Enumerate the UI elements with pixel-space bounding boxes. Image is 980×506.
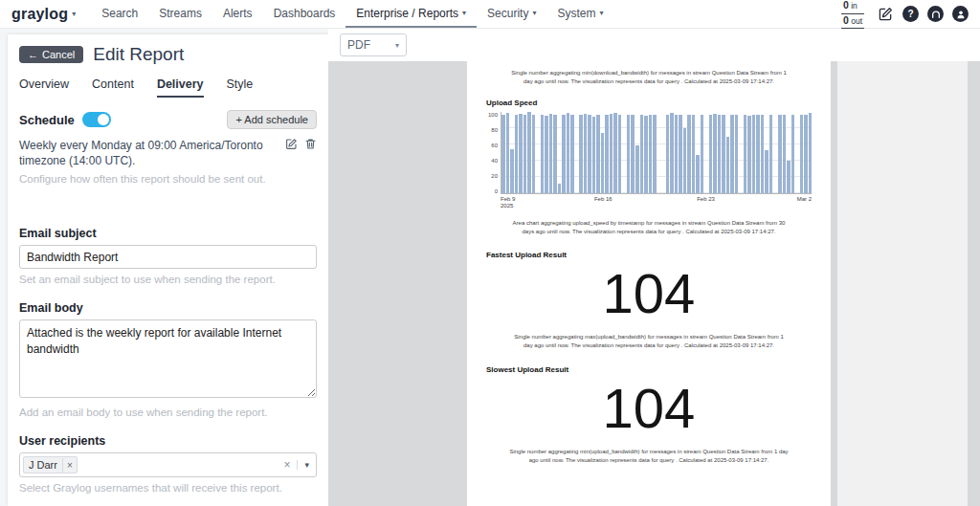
slowest-upload-value: 104 xyxy=(486,380,812,438)
chart-title: Upload Speed xyxy=(486,99,812,107)
schedule-toggle[interactable] xyxy=(82,112,111,127)
fastest-upload-widget: Fastest Upload Result 104 Single number … xyxy=(486,251,812,350)
nav-item-streams[interactable]: Streams xyxy=(148,0,212,28)
nav-item-enterprise-reports[interactable]: Enterprise / Reports▾ xyxy=(345,0,477,28)
format-select-value: PDF xyxy=(347,38,370,52)
page-title: Edit Report xyxy=(93,44,184,65)
email-body-helper: Add an email body to use when sending th… xyxy=(19,407,317,418)
edit-schedule-icon[interactable] xyxy=(285,138,298,168)
report-tabs: Overview Content Delivery Style xyxy=(19,77,317,98)
enterprise-hub-icon[interactable] xyxy=(927,6,944,22)
tab-delivery[interactable]: Delivery xyxy=(157,77,204,98)
clear-selection-icon[interactable]: × xyxy=(283,458,290,472)
chevron-down-icon[interactable]: ▾ xyxy=(297,460,309,470)
email-subject-group: Email subject Set an email subject to us… xyxy=(19,227,317,285)
widget-caption: Single number aggregating min(upload_ban… xyxy=(509,448,789,466)
email-body-label: Email body xyxy=(19,301,317,315)
schedule-summary: Weekly every Monday at 09:00 America/Tor… xyxy=(19,138,279,168)
email-subject-input[interactable] xyxy=(19,245,317,269)
schedule-row: Schedule + Add schedule xyxy=(19,110,317,129)
help-icon[interactable]: ? xyxy=(902,6,919,22)
brand-name: graylog xyxy=(11,6,68,23)
slowest-upload-widget: Slowest Upload Result 104 Single number … xyxy=(486,365,812,465)
user-recipients-helper: Select Graylog usernames that will recei… xyxy=(19,482,317,494)
navbar-right: 0 in 0 out ? xyxy=(841,0,969,29)
chart-x-axis: Feb 92025 Feb 16 Feb 23 Mar 2 xyxy=(501,196,812,210)
chart-caption: Area chart aggregating upload_speed by t… xyxy=(509,219,789,237)
preview-page-1: Single number aggregating min(download_b… xyxy=(467,61,831,506)
preview-page-2 xyxy=(837,61,968,506)
back-arrow-icon: ← xyxy=(28,49,38,60)
brand-logo[interactable]: graylog ▾ xyxy=(11,6,76,23)
fastest-upload-value: 104 xyxy=(486,265,812,323)
chevron-down-icon: ▾ xyxy=(532,9,536,17)
user-recipients-select[interactable]: J Darr × × ▾ xyxy=(19,452,317,477)
nav-item-system[interactable]: System▾ xyxy=(546,0,613,28)
report-preview-panel: PDF ▾ Single number aggregating min(down… xyxy=(328,29,980,506)
email-subject-label: Email subject xyxy=(19,227,317,240)
chart-y-axis: 100806040200 xyxy=(486,112,501,194)
user-recipients-group: User recipients J Darr × × ▾ Select Gray… xyxy=(19,434,317,494)
remove-tag-icon[interactable]: × xyxy=(62,458,77,473)
widget-title: Slowest Upload Result xyxy=(486,365,812,374)
nav-item-security[interactable]: Security▾ xyxy=(477,0,546,28)
main-nav: Search Streams Alerts Dashboards Enterpr… xyxy=(91,0,613,28)
tag-label: J Darr xyxy=(24,457,62,473)
chevron-down-icon: ▾ xyxy=(599,9,603,17)
tab-overview[interactable]: Overview xyxy=(19,77,69,98)
user-avatar-icon[interactable] xyxy=(952,6,969,22)
top-navbar: graylog ▾ Search Streams Alerts Dashboar… xyxy=(0,0,980,29)
user-recipients-label: User recipients xyxy=(19,434,317,448)
schedule-helper: Configure how often this report should b… xyxy=(19,173,317,185)
tab-style[interactable]: Style xyxy=(227,77,254,98)
delete-schedule-icon[interactable] xyxy=(304,138,317,168)
compose-icon[interactable] xyxy=(878,6,894,22)
upload-speed-plot xyxy=(501,112,812,194)
edit-report-card: ← Cancel Edit Report Overview Content De… xyxy=(8,34,328,506)
email-body-textarea[interactable]: Attached is the weekly report for availa… xyxy=(19,319,317,398)
email-subject-helper: Set an email subject to use when sending… xyxy=(19,274,317,285)
nav-item-search[interactable]: Search xyxy=(91,0,148,28)
user-recipient-tag: J Darr × xyxy=(23,456,78,473)
throughput-counter[interactable]: 0 in 0 out xyxy=(841,0,864,29)
page-content: ← Cancel Edit Report Overview Content De… xyxy=(0,29,980,506)
nav-item-alerts[interactable]: Alerts xyxy=(212,0,263,28)
preview-toolbar: PDF ▾ xyxy=(328,29,980,61)
preview-canvas: Single number aggregating min(download_b… xyxy=(328,61,980,506)
schedule-entry: Weekly every Monday at 09:00 America/Tor… xyxy=(19,138,317,168)
cancel-button[interactable]: ← Cancel xyxy=(19,46,83,63)
email-body-group: Email body Attached is the weekly report… xyxy=(19,301,317,418)
upload-speed-chart: Upload Speed 100806040200 Feb 92025 Feb … xyxy=(486,99,812,210)
nav-item-dashboards[interactable]: Dashboards xyxy=(263,0,346,28)
chevron-down-icon: ▾ xyxy=(72,10,76,18)
tab-content[interactable]: Content xyxy=(92,77,134,98)
add-schedule-button[interactable]: + Add schedule xyxy=(227,110,317,129)
widget-caption: Single number aggregating max(upload_ban… xyxy=(509,333,789,351)
widget-caption: Single number aggregating min(download_b… xyxy=(509,69,789,87)
chevron-down-icon: ▾ xyxy=(462,9,466,17)
format-select[interactable]: PDF ▾ xyxy=(340,33,407,56)
chevron-down-icon: ▾ xyxy=(395,41,399,50)
widget-title: Fastest Upload Result xyxy=(486,251,812,259)
schedule-label: Schedule xyxy=(19,113,75,127)
card-header: ← Cancel Edit Report xyxy=(19,44,317,65)
